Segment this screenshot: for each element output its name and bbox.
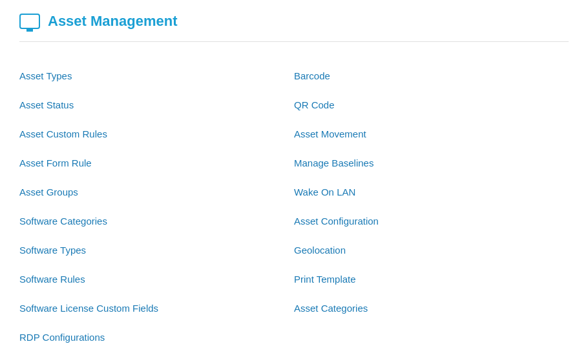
menu-item-geolocation[interactable]: Geolocation xyxy=(294,236,569,265)
menu-item-asset-movement[interactable]: Asset Movement xyxy=(294,119,569,148)
menu-item-asset-status[interactable]: Asset Status xyxy=(19,90,294,119)
menu-item-print-template[interactable]: Print Template xyxy=(294,265,569,294)
menu-item-software-rules[interactable]: Software Rules xyxy=(19,265,294,294)
menu-item-software-license-custom-fields[interactable]: Software License Custom Fields xyxy=(19,294,294,323)
menu-item-software-types[interactable]: Software Types xyxy=(19,236,294,265)
menu-item-asset-custom-rules[interactable]: Asset Custom Rules xyxy=(19,119,294,148)
right-column: BarcodeQR CodeAsset MovementManage Basel… xyxy=(294,61,569,352)
menu-item-asset-configuration[interactable]: Asset Configuration xyxy=(294,207,569,236)
menu-item-asset-groups[interactable]: Asset Groups xyxy=(19,177,294,207)
menu-item-barcode[interactable]: Barcode xyxy=(294,61,569,90)
page-title: Asset Management xyxy=(48,13,178,30)
menu-item-asset-categories[interactable]: Asset Categories xyxy=(294,294,569,323)
menu-item-manage-baselines[interactable]: Manage Baselines xyxy=(294,148,569,177)
menu-item-asset-form-rule[interactable]: Asset Form Rule xyxy=(19,148,294,177)
menu-item-qr-code[interactable]: QR Code xyxy=(294,90,569,119)
menu-item-asset-types[interactable]: Asset Types xyxy=(19,61,294,90)
page-header: Asset Management xyxy=(19,13,569,42)
asset-management-icon xyxy=(19,14,40,29)
menu-item-rdp-configurations[interactable]: RDP Configurations xyxy=(19,323,294,352)
menu-item-software-categories[interactable]: Software Categories xyxy=(19,207,294,236)
menu-item-wake-on-lan[interactable]: Wake On LAN xyxy=(294,177,569,207)
left-column: Asset TypesAsset StatusAsset Custom Rule… xyxy=(19,61,294,352)
menu-grid: Asset TypesAsset StatusAsset Custom Rule… xyxy=(19,61,569,352)
